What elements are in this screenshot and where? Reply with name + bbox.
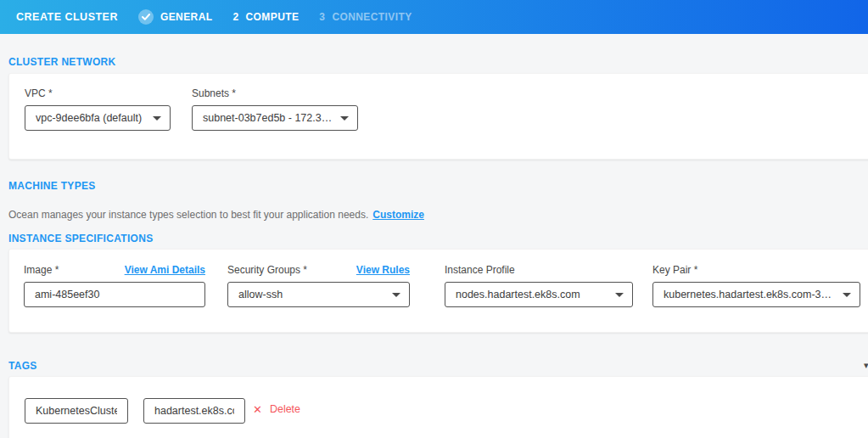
step-connectivity-number: 3 xyxy=(319,11,325,23)
machine-types-description: Ocean manages your instance types select… xyxy=(8,209,424,221)
section-heading-machine-types: MACHINE TYPES xyxy=(8,180,96,192)
tag-row-key-group xyxy=(25,398,128,424)
step-compute[interactable]: 2 COMPUTE xyxy=(232,11,299,23)
step-compute-number: 2 xyxy=(232,11,238,23)
instance-specifications-card: Image * View Ami Details Security Groups… xyxy=(8,249,868,333)
step-connectivity-label: CONNECTIVITY xyxy=(332,11,412,23)
chevron-down-icon xyxy=(615,293,624,297)
instance-profile-select[interactable]: nodes.hadartest.ek8s.com xyxy=(445,282,633,307)
check-circle-icon xyxy=(138,9,154,25)
delete-x-icon: ✕ xyxy=(253,404,262,415)
tag-value-input[interactable] xyxy=(143,398,245,424)
key-pair-select[interactable]: kubernetes.hadartest.ek8s.com-39:84:a5:9… xyxy=(652,282,860,307)
vpc-selected-value: vpc-9dee6bfa (default) xyxy=(36,112,142,124)
vpc-select[interactable]: vpc-9dee6bfa (default) xyxy=(25,105,171,131)
page-title: CREATE CLUSTER xyxy=(16,11,118,23)
chevron-down-icon xyxy=(340,116,349,121)
customize-link[interactable]: Customize xyxy=(372,209,424,221)
instance-profile-field-group: Instance Profile nodes.hadartest.ek8s.co… xyxy=(445,264,633,307)
collapse-chevron-icon[interactable]: ▾ xyxy=(864,360,868,371)
wizard-header: CREATE CLUSTER GENERAL 2 COMPUTE 3 CONNE… xyxy=(0,0,868,34)
view-ami-details-link[interactable]: View Ami Details xyxy=(125,264,205,276)
tag-key-input[interactable] xyxy=(25,398,128,424)
tags-card: ✕ Delete xyxy=(8,376,868,438)
vpc-label: VPC * xyxy=(25,87,53,99)
step-compute-label: COMPUTE xyxy=(246,11,300,23)
key-pair-label: Key Pair * xyxy=(652,264,697,276)
instance-profile-selected-value: nodes.hadartest.ek8s.com xyxy=(456,289,580,300)
machine-types-description-text: Ocean manages your instance types select… xyxy=(8,209,368,221)
section-heading-tags: TAGS xyxy=(8,360,37,372)
step-general[interactable]: GENERAL xyxy=(138,9,212,25)
image-input[interactable] xyxy=(24,282,205,307)
step-general-label: GENERAL xyxy=(160,11,212,23)
section-heading-cluster-network: CLUSTER NETWORK xyxy=(8,56,116,68)
cluster-network-card: VPC * vpc-9dee6bfa (default) Subnets * s… xyxy=(8,73,868,160)
subnets-select[interactable]: subnet-03b7ed5b - 172.31.0.0/20 ... xyxy=(192,105,358,131)
chevron-down-icon xyxy=(843,293,851,297)
security-groups-field-group: Security Groups * View Rules allow-ssh xyxy=(227,264,410,307)
security-groups-label: Security Groups * xyxy=(227,264,307,276)
section-heading-instance-specifications: INSTANCE SPECIFICATIONS xyxy=(8,233,153,244)
vpc-field-group: VPC * vpc-9dee6bfa (default) xyxy=(25,87,171,131)
key-pair-selected-value: kubernetes.hadartest.ek8s.com-39:84:a5:9… xyxy=(664,289,836,300)
create-cluster-page: CREATE CLUSTER GENERAL 2 COMPUTE 3 CONNE… xyxy=(0,0,868,438)
image-field-group: Image * View Ami Details xyxy=(24,264,205,307)
security-groups-selected-value: allow-ssh xyxy=(238,289,283,300)
tag-row-value-group xyxy=(143,398,245,424)
instance-profile-label: Instance Profile xyxy=(445,264,515,276)
key-pair-field-group: Key Pair * kubernetes.hadartest.ek8s.com… xyxy=(652,264,860,307)
step-connectivity[interactable]: 3 CONNECTIVITY xyxy=(319,11,412,23)
security-groups-select[interactable]: allow-ssh xyxy=(227,282,410,307)
delete-tag-button[interactable]: ✕ Delete xyxy=(253,403,300,415)
view-rules-link[interactable]: View Rules xyxy=(356,264,410,276)
chevron-down-icon xyxy=(392,293,400,297)
subnets-label: Subnets * xyxy=(192,87,236,99)
image-label: Image * xyxy=(24,264,59,276)
subnets-field-group: Subnets * subnet-03b7ed5b - 172.31.0.0/2… xyxy=(192,87,358,131)
delete-tag-label: Delete xyxy=(270,403,300,415)
chevron-down-icon xyxy=(153,116,161,121)
subnets-selected-value: subnet-03b7ed5b - 172.31.0.0/20 ... xyxy=(203,112,333,124)
